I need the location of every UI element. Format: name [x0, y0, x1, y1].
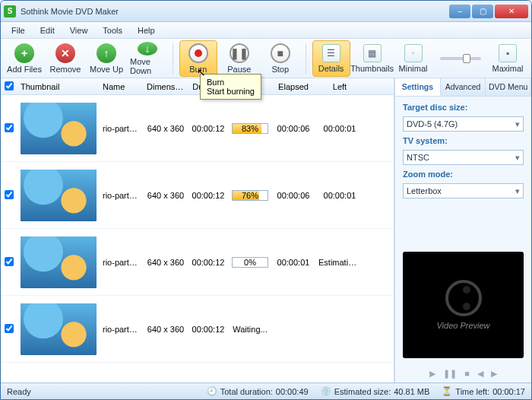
cell-name: rio-part3.m...: [100, 258, 144, 267]
plus-icon: +: [14, 43, 34, 63]
settings-form: Target disc size: DVD-5 (4.7G)▾ TV syste…: [395, 97, 531, 205]
status-size: 💿Estimated size: 40.81 MB: [321, 386, 430, 396]
row-checkbox[interactable]: [5, 190, 14, 199]
tooltip-title: Burn: [207, 78, 255, 87]
cell-elapsed: 00:00:06: [271, 124, 315, 133]
record-icon: [188, 43, 208, 63]
down-arrow-icon: ↓: [138, 42, 157, 56]
file-list: Thumbnail Name Dimension Duration Status…: [1, 78, 394, 383]
status-ready: Ready: [7, 387, 31, 396]
main-body: Thumbnail Name Dimension Duration Status…: [1, 78, 531, 383]
row-checkbox[interactable]: [5, 123, 14, 132]
table-row[interactable]: rio-part3.m...640 x 36000:00:120%00:00:0…: [1, 229, 394, 296]
zoom-mode-label: Zoom mode:: [403, 170, 524, 179]
header-left[interactable]: Left: [315, 82, 364, 91]
cell-name: rio-part2.m...: [100, 191, 144, 200]
hourglass-icon: ⏳: [442, 386, 452, 396]
maximize-button[interactable]: ▢: [472, 5, 493, 18]
move-down-button[interactable]: ↓Move Down: [128, 40, 166, 77]
toolbar-separator: [173, 43, 173, 74]
cell-status: 0%: [229, 257, 271, 268]
progress-bar: 83%: [232, 123, 268, 134]
header-thumbnail[interactable]: Thumbnail: [17, 82, 100, 91]
pause-button[interactable]: ❚❚Pause: [220, 40, 258, 77]
play-button[interactable]: ▶: [429, 369, 435, 379]
row-checkbox[interactable]: [5, 257, 14, 266]
cell-duration: 00:00:12: [188, 258, 229, 267]
window-title: Sothink Movie DVD Maker: [21, 7, 449, 16]
menu-tools[interactable]: Tools: [97, 24, 128, 37]
cell-left: Estimating...: [315, 258, 364, 267]
cell-elapsed: 00:00:06: [271, 191, 315, 200]
header-checkbox[interactable]: [1, 81, 17, 92]
tv-system-select[interactable]: NTSC▾: [403, 150, 524, 165]
close-button[interactable]: ✕: [495, 5, 528, 18]
details-view-button[interactable]: ☰Details: [312, 40, 350, 77]
table-row[interactable]: rio-part1.m...640 x 36000:00:1283%00:00:…: [1, 95, 394, 162]
maximal-icon: ▪: [499, 44, 517, 62]
clock-icon: 🕘: [207, 386, 217, 396]
header-elapsed[interactable]: Elapsed: [271, 82, 315, 91]
burn-tooltip: Burn Start burning: [200, 74, 261, 100]
app-window: S Sothink Movie DVD Maker – ▢ ✕ File Edi…: [0, 0, 532, 400]
minimize-button[interactable]: –: [449, 5, 470, 18]
add-files-button[interactable]: +Add Files: [5, 40, 43, 77]
cell-duration: 00:00:12: [188, 124, 229, 133]
thumbnails-icon: ▦: [363, 44, 382, 62]
status-duration: 🕘Total duration: 00:00:49: [207, 386, 309, 396]
header-dimension[interactable]: Dimension: [144, 82, 188, 91]
slider-knob[interactable]: [463, 54, 470, 63]
thumbnails-view-button[interactable]: ▦Thumbnails: [353, 40, 391, 77]
stop-button[interactable]: ■Stop: [261, 40, 299, 77]
zoom-mode-select[interactable]: Letterbox▾: [403, 183, 524, 198]
disc-icon: 💿: [321, 386, 331, 396]
stop-icon: ■: [271, 43, 290, 63]
list-rows: rio-part1.m...640 x 36000:00:1283%00:00:…: [1, 95, 394, 383]
menu-view[interactable]: View: [64, 24, 94, 37]
cell-duration: 00:00:12: [188, 191, 229, 200]
statusbar: Ready 🕘Total duration: 00:00:49 💿Estimat…: [1, 383, 531, 399]
progress-bar: 0%: [232, 257, 268, 268]
progress-bar: 76%: [232, 190, 268, 201]
player-pause-button[interactable]: ❚❚: [443, 369, 457, 379]
tab-dvd-menu[interactable]: DVD Menu: [486, 78, 531, 96]
menu-edit[interactable]: Edit: [34, 24, 61, 37]
window-buttons: – ▢ ✕: [449, 5, 528, 18]
cell-dimension: 640 x 360: [144, 325, 188, 334]
minimal-zoom-button[interactable]: ▫Minimal: [394, 40, 432, 77]
thumbnail-image: [21, 170, 97, 221]
remove-button[interactable]: ✕Remove: [46, 40, 84, 77]
side-panel: Settings Advanced DVD Menu Target disc s…: [394, 78, 531, 383]
pause-icon: ❚❚: [230, 43, 249, 63]
menubar: File Edit View Tools Help: [1, 22, 531, 39]
next-button[interactable]: ▶: [491, 369, 497, 379]
header-name[interactable]: Name: [100, 82, 144, 91]
player-stop-button[interactable]: ■: [464, 369, 470, 378]
thumbnail-image: [21, 303, 97, 355]
cell-name: rio-part4.m...: [100, 325, 144, 334]
tab-settings[interactable]: Settings: [395, 78, 441, 96]
cell-dimension: 640 x 360: [144, 258, 188, 267]
list-header: Thumbnail Name Dimension Duration Status…: [1, 78, 394, 95]
prev-button[interactable]: ◀: [477, 369, 483, 379]
row-checkbox[interactable]: [5, 324, 14, 333]
tab-advanced[interactable]: Advanced: [441, 78, 486, 96]
cell-left: 00:00:01: [315, 191, 364, 200]
chevron-down-icon: ▾: [515, 119, 520, 129]
move-up-button[interactable]: ↑Move Up: [87, 40, 125, 77]
tv-system-label: TV system:: [403, 136, 524, 145]
titlebar: S Sothink Movie DVD Maker – ▢ ✕: [1, 1, 531, 22]
table-row[interactable]: rio-part4.m...640 x 36000:00:12Waiting..…: [1, 296, 394, 363]
menu-file[interactable]: File: [5, 24, 31, 37]
cell-status: Waiting...: [229, 325, 271, 334]
menu-help[interactable]: Help: [131, 24, 161, 37]
target-disc-select[interactable]: DVD-5 (4.7G)▾: [403, 116, 524, 132]
zoom-slider[interactable]: [440, 57, 481, 60]
chevron-down-icon: ▾: [515, 153, 520, 163]
maximal-zoom-button[interactable]: ▪Maximal: [489, 40, 527, 77]
cell-dimension: 640 x 360: [144, 124, 188, 133]
status-time-left: ⏳Time left: 00:00:17: [442, 386, 525, 396]
minimal-icon: ▫: [404, 44, 423, 62]
table-row[interactable]: rio-part2.m...640 x 36000:00:1276%00:00:…: [1, 162, 394, 229]
cell-left: 00:00:01: [315, 124, 364, 133]
